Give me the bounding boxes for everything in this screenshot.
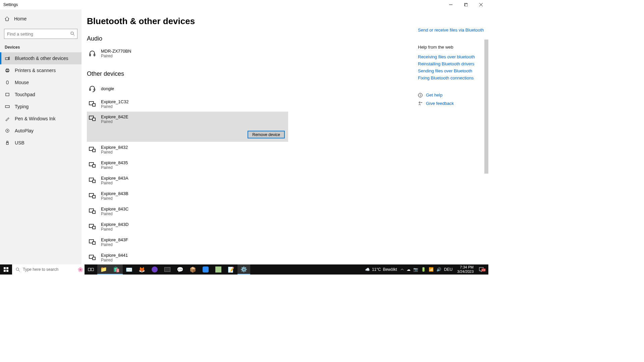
search-decoration-icon: 🌸	[77, 267, 83, 272]
taskbar-clock[interactable]: 7:34 PM 3/24/2023	[457, 265, 474, 274]
display-device-icon	[88, 100, 96, 108]
home-button[interactable]: Home	[0, 12, 82, 25]
svg-rect-26	[93, 118, 95, 121]
device-name: Explore_843F	[101, 237, 128, 242]
svg-point-52	[16, 268, 19, 270]
sidebar-item-pen[interactable]: Pen & Windows Ink	[0, 113, 82, 125]
tray-language[interactable]: DEU	[444, 267, 452, 272]
autoplay-icon	[5, 128, 10, 133]
device-item[interactable]: Explore_843FPaired	[87, 234, 288, 250]
sidebar-item-bluetooth[interactable]: Bluetooth & other devices	[0, 52, 82, 64]
sidebar-item-mouse[interactable]: Mouse	[0, 76, 82, 88]
notepad-button[interactable]: 📝	[225, 264, 237, 275]
svg-rect-55	[91, 268, 94, 271]
feedback-icon	[418, 101, 423, 106]
tray-onedrive-icon[interactable]: ☁	[407, 267, 411, 272]
weather-desc: Bewölkt	[383, 267, 397, 272]
tray-wifi-icon[interactable]: 📶	[429, 267, 434, 272]
help-link[interactable]: Fixing Bluetooth connections	[418, 75, 485, 80]
taskbar-search[interactable]: Type here to search 🌸	[12, 264, 85, 275]
search-input[interactable]	[4, 29, 77, 39]
close-icon	[479, 3, 483, 6]
device-item[interactable]: Explore_843BPaired	[87, 188, 288, 203]
device-name: Explore_8435	[101, 160, 128, 165]
svg-rect-28	[93, 149, 95, 152]
sidebar-item-autoplay[interactable]: AutoPlay	[0, 125, 82, 137]
page-title: Bluetooth & other devices	[87, 16, 418, 26]
github-desktop-button[interactable]	[148, 264, 161, 275]
sidebar-item-usb[interactable]: USB	[0, 137, 82, 149]
device-name: Explore_1C32	[101, 99, 128, 104]
terminal-button[interactable]	[161, 264, 174, 275]
firefox-button[interactable]: 🦊	[136, 264, 148, 275]
display-device-icon	[88, 145, 96, 154]
device-item[interactable]: Explore_8435Paired	[87, 157, 288, 173]
weather-widget[interactable]: ☁️ 11°C Bewölkt	[365, 267, 397, 272]
close-button[interactable]	[473, 0, 488, 9]
task-view-button[interactable]	[85, 264, 97, 275]
device-item[interactable]: Explore_842EPairedRemove device	[87, 112, 288, 142]
svg-rect-32	[93, 180, 95, 183]
send-receive-link[interactable]: Send or receive files via Bluetooth	[418, 27, 485, 33]
device-item[interactable]: Explore_1C32Paired	[87, 96, 288, 112]
remove-device-button[interactable]: Remove device	[248, 131, 285, 138]
clock-date: 3/24/2023	[457, 269, 474, 274]
folder-icon: 📁	[100, 266, 107, 273]
audio-header: Audio	[87, 35, 418, 42]
help-link[interactable]: Sending files over Bluetooth	[418, 68, 485, 73]
help-link[interactable]: Receiving files over bluetooth	[418, 54, 485, 59]
store-icon: 🛍️	[113, 266, 120, 273]
start-button[interactable]	[0, 264, 12, 275]
svg-rect-34	[93, 195, 95, 198]
scrollbar[interactable]	[484, 40, 488, 174]
device-status: Paired	[101, 119, 128, 124]
task-view-icon	[88, 267, 94, 272]
action-center-button[interactable]: 23	[476, 267, 486, 272]
maximize-icon	[464, 3, 468, 6]
device-item[interactable]: Explore_8441Paired	[87, 250, 288, 265]
tray-volume-icon[interactable]: 🔊	[436, 267, 441, 272]
notification-badge: 23	[481, 268, 486, 272]
device-item[interactable]: Explore_843DPaired	[87, 219, 288, 234]
device-item[interactable]: Explore_843APaired	[87, 173, 288, 188]
device-item[interactable]: dongle	[87, 81, 288, 96]
mail-button[interactable]: ✉️	[123, 264, 136, 275]
minimize-button[interactable]	[443, 0, 458, 9]
device-item[interactable]: MDR-ZX770BN Paired	[87, 46, 288, 61]
pycharm-button[interactable]	[212, 264, 225, 275]
zoom-button[interactable]	[199, 264, 212, 275]
get-help-link[interactable]: ? Get help	[418, 93, 485, 98]
home-label: Home	[14, 16, 26, 21]
slack-button[interactable]: 💬	[174, 264, 186, 275]
device-status: Paired	[101, 181, 128, 185]
svg-rect-14	[5, 106, 9, 108]
pen-icon	[5, 116, 10, 121]
titlebar: Settings	[0, 0, 488, 9]
sidebar-item-label: Touchpad	[15, 92, 35, 97]
sidebar-item-label: AutoPlay	[15, 128, 34, 133]
device-item[interactable]: Explore_8432Paired	[87, 142, 288, 157]
tray-battery-icon[interactable]: 🔋	[421, 267, 426, 272]
display-device-icon	[88, 192, 96, 200]
microsoft-store-button[interactable]: 🛍️	[110, 264, 123, 275]
file-explorer-button[interactable]: 📁	[97, 264, 110, 275]
settings-taskbar-button[interactable]: ⚙️	[237, 264, 250, 275]
maximize-button[interactable]	[458, 0, 473, 9]
app-button-1[interactable]: 📦	[186, 264, 199, 275]
sidebar-item-label: Mouse	[15, 80, 29, 85]
tray-meet-now-icon[interactable]: 📷	[413, 267, 418, 272]
svg-rect-21	[90, 89, 91, 90]
tray-chevron-button[interactable]	[400, 268, 404, 271]
device-item[interactable]: Explore_843CPaired	[87, 203, 288, 219]
sidebar-item-label: Bluetooth & other devices	[15, 56, 68, 61]
terminal-icon	[164, 267, 170, 272]
svg-rect-42	[93, 257, 95, 260]
svg-rect-24	[93, 104, 95, 106]
give-feedback-link[interactable]: Give feedback	[418, 101, 485, 106]
device-status: Paired	[101, 165, 128, 170]
sidebar-item-printers[interactable]: Printers & scanners	[0, 64, 82, 76]
sidebar-item-touchpad[interactable]: Touchpad	[0, 88, 82, 101]
sidebar-item-typing[interactable]: Typing	[0, 101, 82, 113]
help-link[interactable]: Reinstalling Bluetooth drivers	[418, 61, 485, 66]
sidebar-item-label: Printers & scanners	[15, 68, 56, 73]
